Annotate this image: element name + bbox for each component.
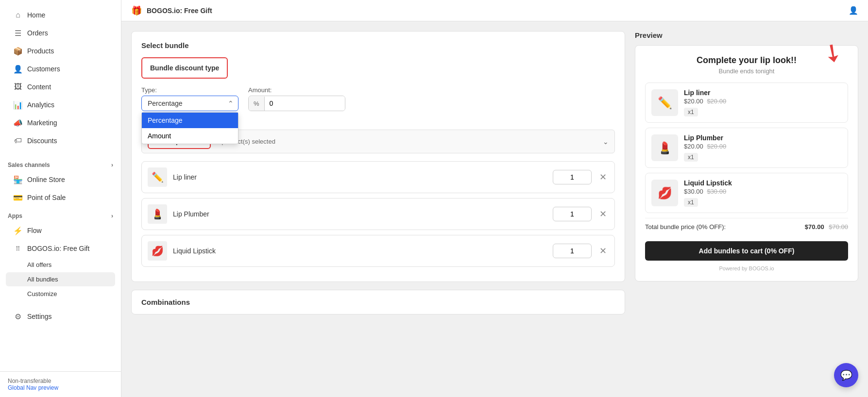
global-nav-preview-link[interactable]: Global Nav preview — [8, 384, 58, 391]
amount-group: Amount: % — [248, 86, 345, 111]
lip-liner-remove-btn[interactable]: ✕ — [597, 170, 609, 184]
preview-lip-liner-qty: x1 — [684, 108, 698, 116]
sidebar-sub-all-offers[interactable]: All offers — [6, 258, 115, 272]
sidebar-item-label: Discounts — [27, 137, 57, 145]
combinations-title: Combinations — [132, 290, 625, 314]
preview-card-subtitle: Bundle ends tonight — [645, 67, 848, 75]
analytics-icon: 📊 — [14, 100, 22, 109]
customers-icon: 👤 — [14, 65, 22, 73]
sidebar-item-label: Settings — [27, 313, 52, 320]
add-bundle-button[interactable]: Add bundles to cart (0% OFF) — [645, 241, 848, 261]
topbar: 🎁 BOGOS.io: Free Gift 👤 — [121, 0, 868, 21]
app-icon: 🎁 — [131, 5, 142, 16]
sidebar: ⌂ Home ☰ Orders 📦 Products 👤 Customers 🖼… — [0, 0, 121, 397]
sidebar-item-label: Flow — [27, 227, 42, 234]
expand-icon[interactable]: › — [111, 162, 113, 168]
dropdown-option-amount[interactable]: Amount — [142, 128, 238, 144]
sidebar-item-products[interactable]: 📦 Products — [6, 42, 115, 60]
bundle-discount-type-box: Bundle discount type — [141, 57, 228, 79]
sidebar-item-analytics[interactable]: 📊 Analytics — [6, 96, 115, 114]
amount-label: Amount: — [248, 86, 345, 94]
liquid-lipstick-name: Liquid Lipstick — [173, 247, 547, 255]
sidebar-item-customers[interactable]: 👤 Customers — [6, 60, 115, 78]
preview-card-title: Complete your lip look!! — [645, 55, 848, 66]
sidebar-item-content[interactable]: 🖼 Content — [6, 78, 115, 96]
chat-button[interactable]: 💬 — [834, 363, 858, 387]
apps-expand-icon[interactable]: › — [111, 213, 113, 219]
flow-icon: ⚡ — [14, 226, 22, 235]
sidebar-item-online-store[interactable]: 🏪 Online Store — [6, 171, 115, 188]
sidebar-item-discounts[interactable]: 🏷 Discounts — [6, 132, 115, 149]
product-row: 💋 Liquid Lipstick ✕ — [141, 235, 615, 267]
topbar-title: BOGOS.io: Free Gift — [147, 7, 212, 15]
preview-total-row: Total bundle price (0% OFF): $70.00 $70.… — [645, 218, 848, 235]
sidebar-item-marketing[interactable]: 📣 Marketing — [6, 114, 115, 132]
powered-by: Powered by BOGOS.io — [645, 265, 848, 271]
lip-plumber-qty[interactable] — [553, 207, 592, 221]
sidebar-item-label: Home — [27, 11, 45, 19]
preview-products-list: ✏️ Lip liner $20.00 $20.00 x1 💄 — [645, 83, 848, 213]
main-panel: Select bundle Bundle discount type Type:… — [131, 31, 625, 387]
amount-input[interactable] — [265, 96, 345, 111]
point-of-sale-icon: 💳 — [14, 193, 22, 202]
online-store-icon: 🏪 — [14, 175, 22, 184]
sidebar-footer: Non-transferable Global Nav preview — [0, 371, 121, 397]
sidebar-item-label: Products — [27, 47, 54, 55]
amount-prefix: % — [249, 97, 265, 111]
sidebar-item-point-of-sale[interactable]: 💳 Point of Sale — [6, 189, 115, 206]
main-area: 🎁 BOGOS.io: Free Gift 👤 Select bundle Bu… — [121, 0, 868, 397]
bogos-icon: ⠿ — [14, 244, 22, 253]
sidebar-sub-all-bundles[interactable]: All bundles — [6, 272, 115, 286]
preview-liquid-lipstick-price: $30.00 $30.00 — [684, 188, 842, 195]
liquid-lipstick-qty[interactable] — [553, 244, 592, 258]
sidebar-item-label: Point of Sale — [27, 194, 66, 201]
lip-liner-img: ✏️ — [148, 167, 167, 187]
sales-channels-section: Sales channels › — [0, 156, 121, 170]
sidebar-item-label: Analytics — [27, 101, 54, 109]
sidebar-item-label: Online Store — [27, 176, 65, 183]
type-dropdown: Percentage Amount — [141, 112, 238, 144]
sidebar-item-label: Marketing — [27, 119, 57, 127]
settings-icon: ⚙ — [14, 312, 22, 321]
select-bundle-title: Select bundle — [141, 41, 615, 50]
preview-lip-liner-name: Lip liner — [684, 89, 842, 97]
preview-lip-plumber-info: Lip Plumber $20.00 $20.00 x1 — [684, 134, 842, 162]
chevron-down-icon: ⌄ — [603, 138, 609, 146]
preview-lip-plumber-name: Lip Plumber — [684, 134, 842, 142]
preview-liquid-lipstick-img: 💋 — [651, 180, 678, 206]
sidebar-item-label: Customers — [27, 65, 60, 73]
preview-panel: Preview ➘ Complete your lip look!! Bundl… — [635, 31, 858, 387]
preview-liquid-lipstick-name: Liquid Lipstick — [684, 179, 842, 187]
liquid-lipstick-remove-btn[interactable]: ✕ — [597, 244, 609, 258]
preview-total-original: $70.00 — [829, 223, 848, 231]
sidebar-item-label: Orders — [27, 29, 48, 37]
type-select[interactable]: Percentage Amount — [141, 96, 238, 111]
preview-liquid-lipstick-qty: x1 — [684, 198, 698, 207]
user-icon[interactable]: 👤 — [849, 6, 858, 15]
orders-icon: ☰ — [14, 29, 22, 37]
sidebar-item-home[interactable]: ⌂ Home — [6, 6, 115, 24]
preview-total-prices: $70.00 $70.00 — [805, 223, 848, 231]
type-select-wrapper: Percentage Amount ⌃ Percentage Amount — [141, 96, 238, 111]
lip-plumber-name: Lip Plumber — [173, 210, 547, 218]
type-amount-row: Type: Percentage Amount ⌃ Percentage — [141, 86, 615, 111]
sidebar-item-flow[interactable]: ⚡ Flow — [6, 222, 115, 239]
type-label: Type: — [141, 86, 238, 94]
preview-lip-plumber-qty: x1 — [684, 153, 698, 162]
type-group: Type: Percentage Amount ⌃ Percentage — [141, 86, 238, 111]
products-selected-text: 3 product(s) selected — [217, 138, 597, 145]
marketing-icon: 📣 — [14, 118, 22, 127]
product-row: 💄 Lip Plumber ✕ — [141, 198, 615, 230]
sidebar-sub-customize[interactable]: Customize — [6, 287, 115, 301]
lip-liner-name: Lip liner — [173, 173, 547, 181]
combinations-card: Combinations — [131, 290, 625, 314]
preview-total-price: $70.00 — [805, 223, 824, 231]
sidebar-item-settings[interactable]: ⚙ Settings — [6, 308, 115, 325]
sidebar-item-bogos[interactable]: ⠿ BOGOS.io: Free Gift — [6, 240, 115, 257]
apps-section: Apps › — [0, 207, 121, 221]
lip-plumber-remove-btn[interactable]: ✕ — [597, 207, 609, 221]
preview-card: ➘ Complete your lip look!! Bundle ends t… — [635, 45, 858, 281]
lip-liner-qty[interactable] — [553, 170, 592, 184]
dropdown-option-percentage[interactable]: Percentage — [142, 113, 238, 128]
sidebar-item-orders[interactable]: ☰ Orders — [6, 24, 115, 42]
